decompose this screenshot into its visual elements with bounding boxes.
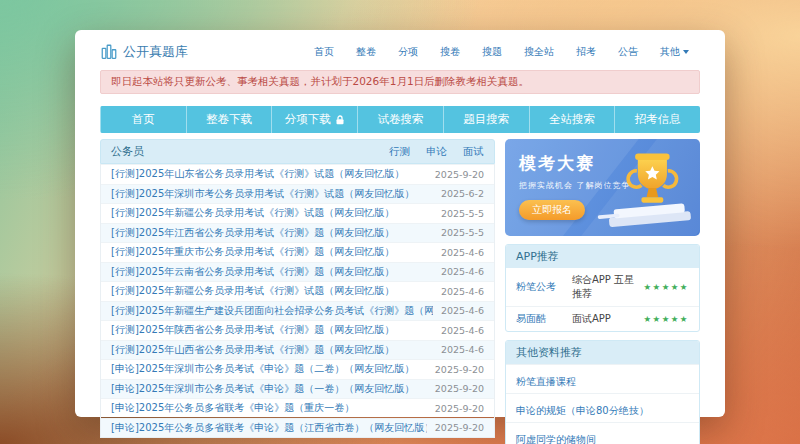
main-nav-item[interactable]: 分项下载 <box>271 106 357 133</box>
exam-filter-link[interactable]: 申论 <box>426 145 447 159</box>
top-nav-label: 分项 <box>398 45 418 59</box>
exam-row[interactable]: [行测]2025年新疆公务员录用考试《行测》试题（网友回忆版） 2025-5-5 <box>101 203 494 223</box>
top-nav-label: 搜全站 <box>524 45 554 59</box>
exam-link[interactable]: [行测]2025年陕西省公务员录用考试《行测》题（网友回忆版） <box>111 324 433 337</box>
top-nav-link[interactable]: 招考 <box>565 45 607 59</box>
exam-row[interactable]: [行测]2025年山西省公务员录用考试《行测》题（网友回忆版） 2025-4-6 <box>101 340 494 360</box>
signup-button[interactable]: 立即报名 <box>519 200 585 220</box>
exam-link[interactable]: [行测]2025年山东省公务员录用考试《行测》试题（网友回忆版） <box>111 168 427 181</box>
app-row: 粉笔公考 综合APP 五星推荐 ★★★★★ <box>506 268 699 306</box>
app-rows: 粉笔公考 综合APP 五星推荐 ★★★★★ 易面酷 面试APP ★★★★★ <box>506 268 699 331</box>
exam-link[interactable]: [行测]2025年重庆市公务员录用考试《行测》题（网友回忆版） <box>111 246 433 259</box>
app-desc: 面试APP <box>572 312 643 326</box>
site-notice: 即日起本站将只更新公考、事考相关真题，并计划于2026年1月1日后删除教考相关真… <box>100 70 700 94</box>
other-rows: 粉笔直播课程 申论的规矩（申论80分绝技） 阿虚同学的储物间 医考题库小程序 <box>506 364 699 444</box>
exam-date: 2025-5-5 <box>441 227 484 238</box>
main-nav-label: 分项下载 <box>285 112 331 127</box>
exam-row[interactable]: [行测]2025年江西省公务员录用考试《行测》题（网友回忆版） 2025-5-5 <box>101 223 494 243</box>
top-nav-link[interactable]: 其他 <box>649 45 700 59</box>
exam-row[interactable]: [申论]2025年深圳市公务员考试《申论》题（一卷）（网友回忆版） 2025-9… <box>101 379 494 399</box>
exam-row[interactable]: [行测]2025年深圳市考公务员录用考试《行测》试题（网友回忆版） 2025-6… <box>101 184 494 204</box>
main-nav-item[interactable]: 整卷下载 <box>186 106 272 133</box>
exam-row[interactable]: [行测]2025年新疆生产建设兵团面向社会招录公务员考试《行测》题（网友回忆版）… <box>101 301 494 321</box>
exam-date: 2025-4-6 <box>441 305 484 316</box>
other-resource-link[interactable]: 阿虚同学的储物间 <box>516 434 596 444</box>
exam-filter-link[interactable]: 行测 <box>389 145 410 159</box>
other-row: 粉笔直播课程 <box>506 364 699 393</box>
exam-link[interactable]: [行测]2025年江西省公务员录用考试《行测》题（网友回忆版） <box>111 227 433 240</box>
main-nav-item[interactable]: 试卷搜索 <box>357 106 443 133</box>
mock-exam-banner[interactable]: 模考大赛 把握实战机会 了解岗位竞争 立即报名 <box>505 139 700 236</box>
main-nav-item[interactable]: 招考信息 <box>614 106 700 133</box>
exam-row[interactable]: [行测]2025年山东省公务员录用考试《行测》试题（网友回忆版） 2025-9-… <box>101 164 494 184</box>
exam-row[interactable]: [申论]2025年公务员多省联考《申论》题（江西省市卷）（网友回忆版） 2025… <box>101 418 494 438</box>
sidebar: 模考大赛 把握实战机会 了解岗位竞争 立即报名 <box>505 139 700 444</box>
site-logo[interactable]: 公开真题库 <box>100 43 188 61</box>
exam-date: 2025-4-6 <box>441 266 484 277</box>
exam-date: 2025-5-5 <box>441 208 484 219</box>
exam-link[interactable]: [行测]2025年新疆公务员录用考试《行测》试题（网友回忆版） <box>111 207 433 220</box>
top-nav-link[interactable]: 搜全站 <box>513 45 565 59</box>
exam-date: 2025-4-6 <box>441 247 484 258</box>
top-nav-link[interactable]: 公告 <box>607 45 649 59</box>
exam-link[interactable]: [行测]2025年新疆生产建设兵团面向社会招录公务员考试《行测》题（网友回忆版） <box>111 305 433 318</box>
top-nav-link[interactable]: 搜卷 <box>429 45 471 59</box>
top-nav-label: 首页 <box>314 45 334 59</box>
exam-link[interactable]: [行测]2025年深圳市考公务员录用考试《行测》试题（网友回忆版） <box>111 188 433 201</box>
exam-row[interactable]: [申论]2025年深圳市公务员考试《申论》题（二卷）（网友回忆版） 2025-9… <box>101 359 494 379</box>
exam-filters: 行测 申论 面试 <box>389 145 484 159</box>
top-nav-link[interactable]: 首页 <box>303 45 345 59</box>
app-link[interactable]: 易面酷 <box>516 312 572 326</box>
top-nav-link[interactable]: 整卷 <box>345 45 387 59</box>
exam-panel: 公务员 行测 申论 面试 [行测]2025年山东省公务员录用考试《行测》试题（网… <box>100 139 495 444</box>
exam-date: 2025-9-20 <box>435 383 484 394</box>
other-resource-link[interactable]: 申论的规矩（申论80分绝技） <box>516 405 649 416</box>
top-nav-link[interactable]: 分项 <box>387 45 429 59</box>
exam-link[interactable]: [申论]2025年公务员多省联考《申论》题（江西省市卷）（网友回忆版） <box>111 422 427 435</box>
exam-date: 2025-4-6 <box>441 344 484 355</box>
exam-list: [行测]2025年山东省公务员录用考试《行测》试题（网友回忆版） 2025-9-… <box>100 164 495 438</box>
exam-row[interactable]: [行测]2025年陕西省公务员录用考试《行测》题（网友回忆版） 2025-4-6 <box>101 320 494 340</box>
app-link[interactable]: 粉笔公考 <box>516 280 572 294</box>
star-rating-icon: ★★★★★ <box>643 314 689 324</box>
main-nav-label: 题目搜索 <box>463 112 509 127</box>
exam-date: 2025-9-20 <box>435 364 484 375</box>
main-nav-item[interactable]: 首页 <box>100 106 186 133</box>
exam-link[interactable]: [行测]2025年云南省公务员录用考试《行测》题（网友回忆版） <box>111 266 433 279</box>
main-nav-item[interactable]: 全站搜索 <box>529 106 615 133</box>
site-card: 公开真题库 首页 整卷 分项 搜卷 <box>75 30 725 417</box>
exam-date: 2025-4-6 <box>441 325 484 336</box>
main-nav-item[interactable]: 题目搜索 <box>443 106 529 133</box>
top-nav-label: 公告 <box>618 45 638 59</box>
main-nav-label: 整卷下载 <box>206 112 252 127</box>
other-row: 申论的规矩（申论80分绝技） <box>506 393 699 422</box>
exam-row[interactable]: [申论]2025年公务员多省联考《申论》题（重庆一卷） 2025-9-20 <box>101 398 494 418</box>
exam-link[interactable]: [申论]2025年深圳市公务员考试《申论》题（二卷）（网友回忆版） <box>111 363 427 376</box>
exam-date: 2025-9-20 <box>435 422 484 433</box>
exam-row[interactable]: [行测]2025年云南省公务员录用考试《行测》题（网友回忆版） 2025-4-6 <box>101 262 494 282</box>
exam-link[interactable]: [行测]2025年新疆公务员录用考试《行测》试题（网友回忆版） <box>111 285 433 298</box>
exam-row[interactable]: [行测]2025年重庆市公务员录用考试《行测》题（网友回忆版） 2025-4-6 <box>101 242 494 262</box>
exam-filter-link[interactable]: 面试 <box>463 145 484 159</box>
top-nav-link[interactable]: 搜题 <box>471 45 513 59</box>
star-rating-icon: ★★★★★ <box>643 282 689 292</box>
top-nav: 首页 整卷 分项 搜卷 搜题 <box>303 45 700 59</box>
exam-date: 2025-6-2 <box>441 188 484 199</box>
exam-row[interactable]: [行测]2025年新疆公务员录用考试《行测》试题（网友回忆版） 2025-4-6 <box>101 281 494 301</box>
main-nav-label: 试卷搜索 <box>378 112 424 127</box>
top-nav-label: 其他 <box>660 45 680 59</box>
banner-subtitle: 把握实战机会 了解岗位竞争 <box>519 180 686 191</box>
top-nav-label: 搜题 <box>482 45 502 59</box>
chevron-down-icon <box>683 50 689 54</box>
app-panel: APP推荐 粉笔公考 综合APP 五星推荐 ★★★★★ 易面酷 面试APP <box>505 244 700 332</box>
app-row: 易面酷 面试APP ★★★★★ <box>506 306 699 331</box>
other-panel-title: 其他资料推荐 <box>506 341 699 364</box>
logo-books-icon <box>100 43 118 61</box>
main-nav-label: 首页 <box>132 112 155 127</box>
banner-title: 模考大赛 <box>519 152 686 175</box>
exam-link[interactable]: [申论]2025年深圳市公务员考试《申论》题（一卷）（网友回忆版） <box>111 383 427 396</box>
other-resource-link[interactable]: 粉笔直播课程 <box>516 376 576 387</box>
exam-link[interactable]: [申论]2025年公务员多省联考《申论》题（重庆一卷） <box>111 402 427 415</box>
exam-link[interactable]: [行测]2025年山西省公务员录用考试《行测》题（网友回忆版） <box>111 344 433 357</box>
other-row: 阿虚同学的储物间 <box>506 422 699 444</box>
